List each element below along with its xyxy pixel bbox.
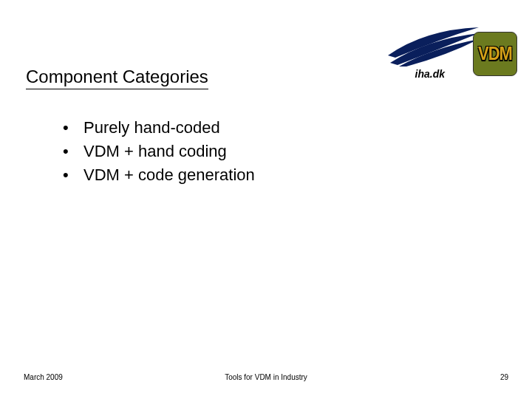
logo-area: iha.dk VDM: [384, 26, 517, 89]
bullet-list: Purely hand-coded VDM + hand coding VDM …: [63, 118, 255, 185]
slide: iha.dk VDM Component Categories Purely h…: [0, 0, 532, 399]
list-item: VDM + code generation: [63, 166, 255, 185]
list-item: Purely hand-coded: [63, 118, 255, 137]
iha-swoosh-icon: [384, 26, 480, 66]
iha-logo: iha.dk: [384, 26, 480, 80]
iha-logo-text: iha.dk: [384, 68, 480, 80]
title-block: Component Categories: [26, 66, 208, 89]
list-item: VDM + hand coding: [63, 142, 255, 161]
footer-page-number: 29: [500, 373, 508, 381]
vdm-logo-text: VDM: [478, 42, 512, 65]
vdm-logo: VDM: [473, 32, 517, 76]
content-area: Purely hand-coded VDM + hand coding VDM …: [63, 118, 255, 189]
slide-title: Component Categories: [26, 66, 208, 89]
footer-center: Tools for VDM in Industry: [0, 373, 532, 381]
